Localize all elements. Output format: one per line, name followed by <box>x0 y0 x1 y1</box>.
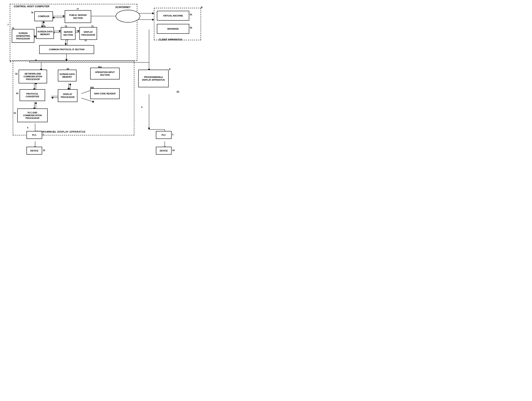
ref-77: 77 <box>76 8 79 10</box>
programmabl-label: PROGRAMMABL DISPLAY APPARATUS <box>35 130 85 133</box>
ref-6: 6 <box>35 59 37 62</box>
plc-left-box: PLC <box>26 131 42 139</box>
network-end-box: NETWORK-END COMMUNICATION PROCESSOR <box>19 70 47 83</box>
control-host-label: CONTROL HOST COMPUTER <box>14 5 49 8</box>
diagram: CONTROL HOST COMPUTER 7 COMPILER 76 PUBL… <box>0 0 216 167</box>
ref-91: 91 <box>190 13 192 16</box>
plc-end-box: PLC-END COMMUNICATION PROCESSOR <box>17 108 48 122</box>
ref-10-left: 10 <box>43 149 45 152</box>
ref-53: 53 <box>16 92 19 95</box>
ref-92: 92 <box>190 26 192 29</box>
ref-73: 73 <box>65 25 67 27</box>
ref-52: 52 <box>15 73 18 75</box>
server-section-box: SERVER SECTION <box>61 27 76 40</box>
ref-55: 55 <box>68 87 70 90</box>
ref-5-left: 5 <box>10 60 11 63</box>
device-left-box: DEVICE <box>26 147 42 155</box>
ref-4-left: 4 <box>27 127 28 129</box>
ref-76: 76 <box>31 11 33 14</box>
ref-75: 75 <box>43 25 45 27</box>
public-server-box: PUBLIC SERVER SECTION <box>65 10 91 23</box>
ref-3-right: 3 <box>172 134 173 136</box>
compiler-box: COMPILER <box>34 11 53 21</box>
internet-label: 32:INTERNET <box>115 6 130 9</box>
ref-51: 51 <box>14 112 16 114</box>
protocol-converter-box: PROTOCOL CONVERTER <box>20 89 45 101</box>
ref-31: 31 <box>177 90 179 93</box>
ref-54: 54 <box>67 68 69 70</box>
screen-generating-box: SCREEN GENERATING PROCESSOR <box>12 29 34 43</box>
ref-55a: 55a <box>98 66 101 68</box>
screen-data-memory-top-box: SCREEN DATA MEMORY <box>36 27 54 39</box>
virtual-machine-box: VIRTUAL MACHINE <box>157 11 189 21</box>
client-apparatus-label: CLIENT APPARATUS <box>159 38 182 41</box>
screen-data-memory-bot-box: SCREEN DATA MEMORY <box>58 70 76 81</box>
programmable-display-right-box: PROGRAMMABLE DISPLAY APPARATUS <box>138 70 169 87</box>
ref-55b: 55b <box>90 86 94 89</box>
device-right-box: DEVICE <box>156 147 171 155</box>
ref-10-right: 10 <box>172 149 175 152</box>
display-processor-top-box: DISPLAY PROCESSOR <box>79 27 97 40</box>
ref-71: 71 <box>91 25 94 27</box>
operation-input-box: OPERATION INPUT SECTION <box>90 68 120 79</box>
ref-3-left: 3 <box>43 134 44 136</box>
plc-right-box: PLC <box>156 131 171 139</box>
ref-9: 9 <box>201 6 202 9</box>
ref-7: 7 <box>7 24 9 26</box>
ref-5-right: 5 <box>169 68 171 71</box>
bar-code-reader-box: BAR CODE READER <box>90 88 120 99</box>
ref-4-right: 4 <box>141 106 142 108</box>
ref-74: 74 <box>12 27 14 29</box>
display-processor-bot-box: DISPLAY PROCESSOR <box>58 89 77 102</box>
internet-ellipse <box>116 10 140 23</box>
common-protocol-box: COMMON PROTOCOL IF SECTION <box>39 45 94 54</box>
ref-72: 72 <box>84 39 87 42</box>
browser-box: BROWSER <box>157 24 189 34</box>
